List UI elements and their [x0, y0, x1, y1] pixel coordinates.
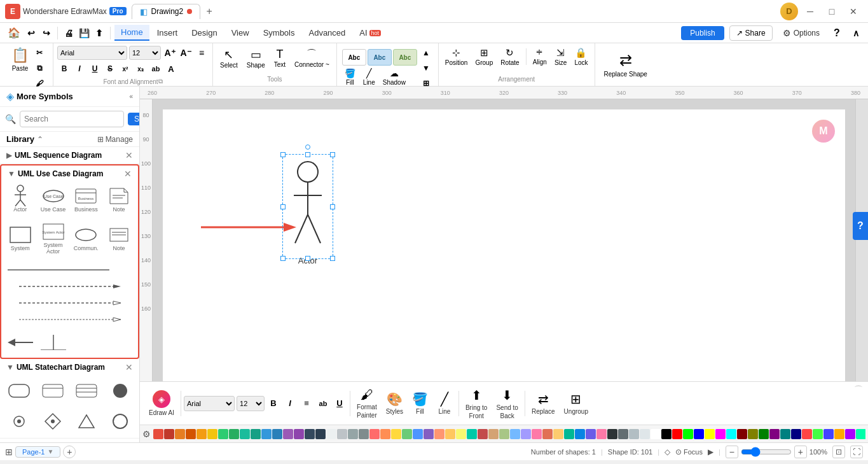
help-panel-btn[interactable]: ? — [853, 212, 868, 240]
float-bold-btn[interactable]: B — [266, 396, 281, 411]
comm-shape[interactable]: Commun. — [71, 220, 102, 257]
color-swatch-item[interactable] — [434, 429, 444, 439]
state-shape3[interactable] — [71, 378, 102, 404]
color-swatch-item[interactable] — [813, 429, 823, 439]
color-swatch-item[interactable] — [207, 429, 217, 439]
help-button[interactable]: ? — [830, 26, 844, 40]
color-swatch-item[interactable] — [661, 429, 672, 439]
color-swatch-item[interactable] — [369, 429, 380, 439]
color-swatch-item[interactable] — [532, 429, 542, 439]
menu-advanced[interactable]: Advanced — [302, 25, 352, 40]
line1-shape[interactable] — [6, 264, 133, 276]
canvas-scroll[interactable]: 80 90 100 110 120 130 140 150 160 — [140, 99, 868, 381]
business-usecase-shape[interactable]: Business Business — [71, 185, 102, 215]
align-btn[interactable]: ≡ — [195, 46, 209, 60]
rotate-btn[interactable]: ↻ Rotate — [498, 46, 521, 67]
shape-tool-btn[interactable]: ▭ Shape — [244, 46, 268, 71]
color-swatch-item[interactable] — [596, 429, 607, 439]
tab-drawing2[interactable]: ◧ Drawing2 — [132, 4, 201, 19]
float-align-btn[interactable]: ≡ — [299, 396, 314, 411]
strikethrough-btn[interactable]: S — [103, 62, 117, 76]
arrow-left-shape[interactable] — [6, 336, 34, 349]
fullscreen-btn[interactable]: ⛶ — [850, 446, 863, 458]
float-font-select[interactable]: Arial — [184, 396, 235, 411]
color-swatch-item[interactable] — [229, 429, 239, 439]
float-underline-btn[interactable]: U — [332, 396, 347, 411]
color-swatch-item[interactable] — [629, 429, 639, 439]
color-swatch-item[interactable] — [261, 429, 272, 439]
copy-button[interactable]: ⧉ — [32, 61, 46, 75]
fill-btn[interactable]: 🪣 Fill — [342, 67, 358, 87]
handle-tr[interactable] — [330, 152, 335, 157]
color-swatch-item[interactable] — [564, 429, 574, 439]
note-shape[interactable]: Note — [104, 185, 134, 215]
floating-toolbar-collapse[interactable]: ⌒ — [854, 384, 863, 396]
export-button[interactable]: ⬆ — [92, 26, 106, 40]
color-swatch-item[interactable] — [651, 429, 661, 439]
float-styles-btn[interactable]: 🎨 Styles — [382, 390, 407, 417]
color-swatch-item[interactable] — [186, 429, 196, 439]
connector-tool-btn[interactable]: ⌒ Connector ~ — [291, 46, 333, 70]
color-swatch-item[interactable] — [153, 429, 163, 439]
actor-shape[interactable]: Actor — [5, 185, 36, 215]
line2-shape[interactable] — [6, 280, 133, 293]
color-swatch-item[interactable] — [575, 429, 585, 439]
color-swatch-item[interactable] — [175, 429, 185, 439]
style-swatch-1[interactable]: Abc — [342, 49, 366, 66]
style-swatch-2[interactable]: Abc — [368, 49, 392, 66]
rotate-handle[interactable] — [305, 144, 310, 150]
color-bar-edit-icon[interactable]: ⚙ — [142, 429, 151, 439]
float-fill-btn[interactable]: 🪣 Fill — [408, 390, 432, 417]
publish-button[interactable]: Publish — [681, 26, 724, 40]
format-painter-float-btn[interactable]: 🖌 Format Painter — [353, 386, 381, 421]
decrease-font-btn[interactable]: A⁻ — [179, 46, 193, 60]
color-swatch-item[interactable] — [640, 429, 650, 439]
note2-shape[interactable]: Note — [104, 220, 134, 257]
color-swatch-item[interactable] — [305, 429, 315, 439]
usecase-oval-shape[interactable]: Use Case Use Case — [38, 185, 69, 215]
undo-button[interactable]: ↩ — [24, 26, 38, 40]
color-swatch-item[interactable] — [521, 429, 531, 439]
state-shape1[interactable] — [4, 378, 35, 404]
state-shape2[interactable] — [38, 378, 69, 404]
color-swatch-item[interactable] — [164, 429, 174, 439]
focus-btn[interactable]: ⊙ Focus — [675, 447, 703, 456]
handle-br[interactable] — [330, 256, 335, 261]
print-button[interactable]: 🖨 — [62, 26, 76, 40]
menu-design[interactable]: Design — [185, 25, 223, 40]
color-swatch-item[interactable] — [445, 429, 455, 439]
close-button[interactable]: ✕ — [844, 4, 863, 19]
float-italic-btn[interactable]: I — [282, 396, 298, 411]
uml-statechart-close[interactable]: ✕ — [125, 362, 133, 372]
handle-tm[interactable] — [305, 152, 310, 157]
select-tool-btn[interactable]: ↖ Select — [217, 46, 241, 71]
uml-sequence-header[interactable]: ▶ UML Sequence Diagram ✕ — [0, 147, 139, 164]
uml-statechart-header[interactable]: ▼ UML Statechart Diagram ✕ — [0, 359, 139, 376]
color-swatch-item[interactable] — [196, 429, 207, 439]
save-button[interactable]: 💾 — [77, 26, 91, 40]
handle-bl[interactable] — [280, 256, 286, 261]
color-swatch-item[interactable] — [802, 429, 812, 439]
color-swatch-item[interactable] — [337, 429, 347, 439]
group-btn[interactable]: ⊞ Group — [472, 46, 495, 67]
color-swatch-item[interactable] — [478, 429, 488, 439]
style-swatch-3[interactable]: Abc — [393, 49, 417, 66]
system-actor-shape[interactable]: System Actor System Actor — [38, 220, 69, 257]
float-case-btn[interactable]: ab — [315, 396, 331, 411]
color-swatch-item[interactable] — [402, 429, 412, 439]
color-swatch-item[interactable] — [240, 429, 250, 439]
line-style-btn[interactable]: ╱ Line — [361, 67, 378, 87]
color-swatch-item[interactable] — [823, 429, 834, 439]
sc-triangle[interactable] — [71, 409, 102, 434]
page-icon[interactable]: ⊞ — [5, 447, 13, 457]
maximize-button[interactable]: □ — [822, 4, 841, 19]
underline-btn[interactable]: U — [88, 62, 102, 76]
share-button[interactable]: ↗ Share — [729, 25, 773, 41]
tab-add-button[interactable]: + — [202, 4, 217, 19]
text-style-btn[interactable]: ab — [149, 62, 163, 76]
increase-font-btn[interactable]: A⁺ — [163, 46, 177, 60]
color-swatch-item[interactable] — [326, 429, 336, 439]
styles-scroll-down[interactable]: ▼ — [419, 61, 433, 75]
options-button[interactable]: ⚙ Options — [778, 25, 825, 41]
paste-button[interactable]: 📋 Paste — [9, 46, 31, 73]
